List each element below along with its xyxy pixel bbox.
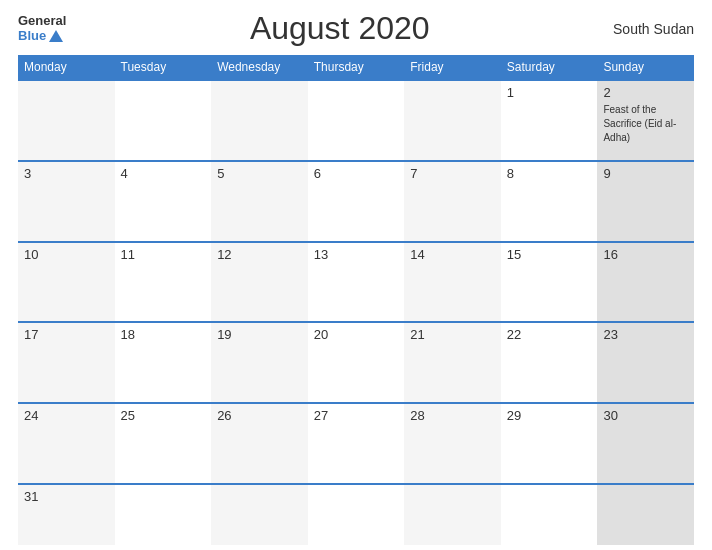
calendar-page: General Blue August 2020 South Sudan Mon… (0, 0, 712, 550)
day-cell-3: 3 (18, 162, 115, 241)
day-number: 10 (24, 247, 109, 262)
day-number: 5 (217, 166, 302, 181)
day-cell-4: 4 (115, 162, 212, 241)
day-cell-15: 15 (501, 243, 598, 322)
calendar-title: August 2020 (66, 10, 613, 47)
day-number: 8 (507, 166, 592, 181)
day-cell-21: 21 (404, 323, 501, 402)
week-row: 10 11 12 13 14 15 16 (18, 241, 694, 322)
day-cell-24: 24 (18, 404, 115, 483)
day-cell-2: 2 Feast of the Sacrifice (Eid al-Adha) (597, 81, 694, 160)
day-cell-14: 14 (404, 243, 501, 322)
day-cell-1: 1 (501, 81, 598, 160)
day-cell-16: 16 (597, 243, 694, 322)
day-number: 18 (121, 327, 206, 342)
day-number: 26 (217, 408, 302, 423)
weeks-container: 1 2 Feast of the Sacrifice (Eid al-Adha)… (18, 79, 694, 540)
day-number: 21 (410, 327, 495, 342)
day-cell (501, 485, 598, 545)
day-cell (211, 81, 308, 160)
day-cell-8: 8 (501, 162, 598, 241)
week-row: 24 25 26 27 28 29 30 (18, 402, 694, 483)
day-number: 12 (217, 247, 302, 262)
day-cell-11: 11 (115, 243, 212, 322)
event-text: Feast of the Sacrifice (Eid al-Adha) (603, 104, 676, 143)
day-cell-29: 29 (501, 404, 598, 483)
calendar-grid: Monday Tuesday Wednesday Thursday Friday… (18, 55, 694, 540)
logo: General Blue (18, 14, 66, 43)
day-headers-row: Monday Tuesday Wednesday Thursday Friday… (18, 55, 694, 79)
day-number: 19 (217, 327, 302, 342)
day-cell (308, 485, 405, 545)
day-cell-22: 22 (501, 323, 598, 402)
day-number: 15 (507, 247, 592, 262)
day-number: 16 (603, 247, 688, 262)
day-number: 31 (24, 489, 109, 504)
day-cell-30: 30 (597, 404, 694, 483)
week-row: 1 2 Feast of the Sacrifice (Eid al-Adha) (18, 79, 694, 160)
day-cell-7: 7 (404, 162, 501, 241)
day-cell-6: 6 (308, 162, 405, 241)
day-cell (597, 485, 694, 545)
week-row: 17 18 19 20 21 22 23 (18, 321, 694, 402)
header-friday: Friday (404, 55, 501, 79)
day-cell-19: 19 (211, 323, 308, 402)
day-cell-31: 31 (18, 485, 115, 545)
header-sunday: Sunday (597, 55, 694, 79)
logo-general-text: General (18, 14, 66, 28)
day-number: 29 (507, 408, 592, 423)
day-number: 13 (314, 247, 399, 262)
day-number: 25 (121, 408, 206, 423)
day-number: 24 (24, 408, 109, 423)
day-cell-13: 13 (308, 243, 405, 322)
day-cell-10: 10 (18, 243, 115, 322)
day-cell (404, 485, 501, 545)
logo-blue-text: Blue (18, 29, 63, 43)
day-cell-27: 27 (308, 404, 405, 483)
day-number: 1 (507, 85, 592, 100)
logo-triangle-icon (49, 30, 63, 42)
day-cell (404, 81, 501, 160)
day-cell (211, 485, 308, 545)
day-cell (115, 485, 212, 545)
day-cell (115, 81, 212, 160)
header-tuesday: Tuesday (115, 55, 212, 79)
day-cell-17: 17 (18, 323, 115, 402)
day-cell-25: 25 (115, 404, 212, 483)
day-cell-28: 28 (404, 404, 501, 483)
day-cell-26: 26 (211, 404, 308, 483)
day-cell-9: 9 (597, 162, 694, 241)
day-number: 9 (603, 166, 688, 181)
day-number: 28 (410, 408, 495, 423)
day-number: 27 (314, 408, 399, 423)
header-wednesday: Wednesday (211, 55, 308, 79)
day-number: 17 (24, 327, 109, 342)
day-number: 14 (410, 247, 495, 262)
day-cell (308, 81, 405, 160)
day-number: 23 (603, 327, 688, 342)
day-number: 22 (507, 327, 592, 342)
header-thursday: Thursday (308, 55, 405, 79)
header-monday: Monday (18, 55, 115, 79)
day-cell-23: 23 (597, 323, 694, 402)
day-cell (18, 81, 115, 160)
week-row: 3 4 5 6 7 8 9 (18, 160, 694, 241)
day-cell-5: 5 (211, 162, 308, 241)
day-number: 11 (121, 247, 206, 262)
day-number: 20 (314, 327, 399, 342)
day-number: 6 (314, 166, 399, 181)
day-cell-12: 12 (211, 243, 308, 322)
day-number: 7 (410, 166, 495, 181)
country-label: South Sudan (613, 21, 694, 37)
day-number: 3 (24, 166, 109, 181)
week-row: 31 (18, 483, 694, 540)
day-cell-20: 20 (308, 323, 405, 402)
header-saturday: Saturday (501, 55, 598, 79)
day-cell-18: 18 (115, 323, 212, 402)
day-number: 2 (603, 85, 688, 100)
header: General Blue August 2020 South Sudan (18, 10, 694, 47)
day-number: 4 (121, 166, 206, 181)
day-number: 30 (603, 408, 688, 423)
